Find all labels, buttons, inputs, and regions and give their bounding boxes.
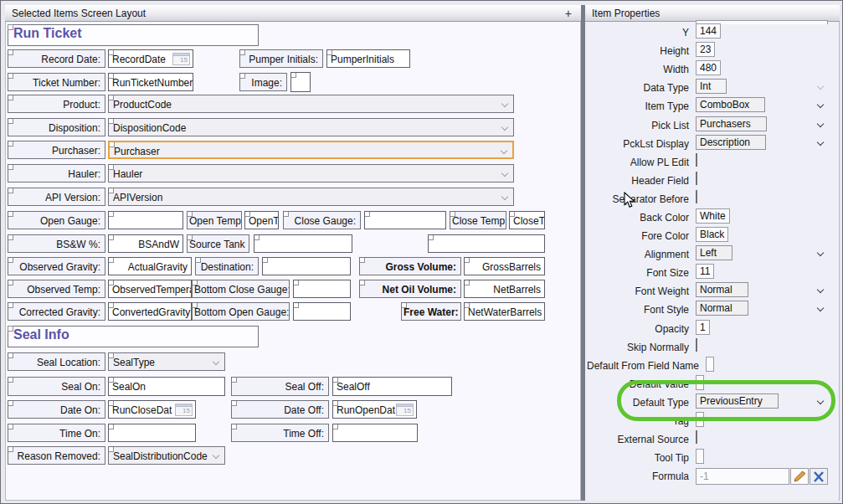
prop-font-size-label: Font Size	[587, 267, 689, 279]
record-date-field[interactable]: RecordDate 15	[108, 49, 193, 68]
seal-on-label[interactable]: Seal On:	[8, 377, 105, 396]
time-off-field[interactable]	[332, 424, 418, 442]
date-off-label[interactable]: Date Off:	[231, 400, 329, 419]
gross-volume-field[interactable]: GrossBarrels	[464, 257, 545, 275]
prop-external-source-checkbox[interactable]	[696, 430, 697, 444]
prop-tag-input[interactable]	[696, 412, 704, 427]
observed-temp-field[interactable]: ObservedTempera	[108, 280, 192, 298]
observed-gravity-field[interactable]: ActualGravity	[108, 257, 192, 275]
close-temp-label[interactable]: Close Temp:	[450, 211, 506, 229]
corrected-gravity-field[interactable]: ConvertedGravity	[108, 302, 192, 321]
group-header-seal-info[interactable]: Seal Info	[8, 326, 259, 347]
bottom-open-gauge-label[interactable]: Bottom Open Gauge:	[192, 302, 290, 321]
source-tank-field-2[interactable]	[428, 234, 545, 253]
chevron-down-icon	[501, 147, 507, 154]
prop-fore-color-input[interactable]: Black	[696, 227, 728, 242]
prop-data-type-combobox[interactable]: Int	[696, 79, 727, 94]
reason-removed-label[interactable]: Reason Removed:	[8, 446, 105, 465]
destination-label[interactable]: Destination:	[195, 257, 259, 275]
prop-font-weight-combobox[interactable]: Normal	[696, 282, 748, 297]
date-on-field[interactable]: RunCloseDat 15	[108, 400, 196, 419]
ticket-number-label[interactable]: Ticket Number:	[8, 73, 105, 91]
source-tank-label[interactable]: Source Tank	[187, 234, 249, 253]
bottom-open-gauge-field[interactable]	[293, 302, 351, 321]
disposition-label[interactable]: Disposition:	[8, 118, 105, 136]
pumper-initials-label[interactable]: Pumper Initials:	[239, 49, 323, 68]
gross-volume-label[interactable]: Gross Volume:	[359, 257, 461, 275]
record-date-label[interactable]: Record Date:	[8, 49, 105, 68]
prop-pcklst-display-combobox[interactable]: Description	[696, 135, 766, 150]
hauler-combobox[interactable]: Hauler	[108, 164, 514, 183]
product-label[interactable]: Product:	[8, 95, 105, 113]
net-oil-volume-label[interactable]: Net Oil Volume:	[359, 280, 461, 298]
bottom-close-gauge-label[interactable]: Bottom Close Gauge:	[192, 280, 290, 298]
prop-pick-list-combobox[interactable]: Purchasers	[696, 116, 767, 131]
close-gauge-field[interactable]	[364, 211, 446, 229]
open-gauge-label[interactable]: Open Gauge:	[8, 211, 105, 229]
prop-font-style-combobox[interactable]: Normal	[696, 301, 748, 316]
prop-back-color-input[interactable]: White	[696, 208, 730, 224]
seal-off-label[interactable]: Seal Off:	[231, 377, 329, 396]
prop-width-input[interactable]: 480	[696, 60, 721, 75]
open-temp-label[interactable]: Open Temp:	[187, 211, 242, 229]
observed-gravity-label[interactable]: Observed Gravity:	[8, 257, 105, 275]
prop-opacity-input[interactable]: 1	[696, 320, 710, 335]
seal-location-combobox[interactable]: SealType	[108, 352, 225, 371]
api-version-label[interactable]: API Version:	[8, 188, 105, 206]
reason-removed-combobox[interactable]: SealDistributionCode	[108, 446, 225, 465]
corrected-gravity-label[interactable]: Corrected Gravity:	[8, 302, 105, 321]
pumper-initials-field[interactable]: PumperInitials	[326, 49, 410, 68]
time-on-label[interactable]: Time On:	[8, 424, 105, 442]
close-temp-field[interactable]: CloseTem	[509, 211, 545, 229]
prop-default-from-field-name-input[interactable]	[706, 357, 714, 372]
prop-header-field-checkbox[interactable]	[696, 172, 697, 185]
prop-default-value-input[interactable]	[696, 375, 704, 390]
ticket-number-field[interactable]: RunTicketNumber	[108, 73, 193, 91]
free-water-field[interactable]: NetWaterBarrels	[464, 302, 545, 321]
product-combobox[interactable]: ProductCode	[108, 95, 514, 113]
seal-off-field[interactable]: SealOff	[332, 377, 452, 396]
time-off-label[interactable]: Time Off:	[231, 424, 329, 442]
free-water-label[interactable]: Free Water:	[401, 302, 461, 321]
prop-alignment-combobox[interactable]: Left	[696, 245, 732, 260]
hauler-label[interactable]: Hauler:	[8, 164, 105, 183]
prop-height-input[interactable]: 23	[696, 42, 715, 57]
purchaser-label[interactable]: Purchaser:	[8, 141, 105, 159]
open-gauge-field[interactable]	[108, 211, 183, 229]
purchaser-combobox-selected[interactable]: Purchaser	[108, 141, 514, 159]
date-off-field[interactable]: RunOpenDat 15	[332, 400, 417, 419]
prop-item-type-combobox[interactable]: ComboBox	[696, 97, 765, 112]
prop-separator-before-checkbox[interactable]	[696, 190, 697, 203]
net-oil-volume-field[interactable]: NetBarrels	[464, 280, 545, 298]
prop-y-input[interactable]: 144	[696, 23, 721, 39]
bottom-close-gauge-field[interactable]	[293, 280, 351, 298]
image-label[interactable]: Image:	[239, 73, 287, 91]
seal-location-label[interactable]: Seal Location:	[8, 352, 105, 371]
image-field[interactable]	[290, 72, 311, 92]
prop-allow-pl-edit-checkbox[interactable]	[696, 153, 697, 167]
time-on-field[interactable]	[108, 424, 196, 442]
date-on-label[interactable]: Date On:	[8, 400, 105, 419]
prop-default-type-combobox[interactable]: PreviousEntry	[696, 393, 779, 409]
prop-tool-tip-input[interactable]	[696, 449, 704, 464]
prop-skip-normally-checkbox[interactable]	[696, 338, 697, 352]
api-version-combobox[interactable]: APIVersion	[108, 188, 514, 206]
add-item-button[interactable]: +	[563, 6, 574, 21]
source-tank-field[interactable]	[254, 234, 352, 253]
close-gauge-label[interactable]: Close Gauge:	[283, 211, 361, 229]
observed-temp-label[interactable]: Observed Temp:	[8, 280, 105, 298]
property-row: External Source	[587, 430, 838, 449]
group-header-run-ticket[interactable]: Run Ticket	[8, 24, 259, 46]
destination-field[interactable]	[262, 257, 351, 275]
formula-edit-button[interactable]	[790, 468, 809, 485]
bsw-label[interactable]: BS&W %:	[8, 234, 105, 253]
purchaser-combobox-text: Purchaser	[114, 146, 160, 157]
disposition-combobox[interactable]: DispositionCode	[108, 118, 514, 136]
prop-font-size-input[interactable]: 11	[696, 264, 714, 279]
formula-clear-button[interactable]	[810, 468, 828, 485]
open-temp-field[interactable]: OpenTem	[244, 211, 279, 229]
prop-formula-input[interactable]: -1	[696, 468, 789, 485]
property-row: Allow PL Edit	[587, 153, 838, 172]
seal-on-field[interactable]: SealOn	[108, 377, 225, 396]
bsw-field[interactable]: BSAndW	[108, 234, 183, 253]
